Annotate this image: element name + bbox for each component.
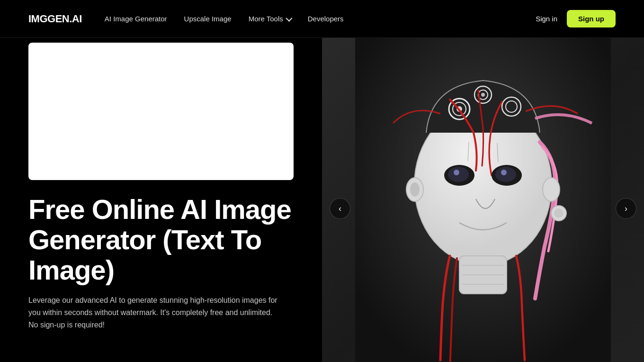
prev-arrow-icon: ‹	[339, 204, 341, 213]
svg-point-26	[554, 208, 564, 218]
svg-point-17	[454, 170, 459, 175]
sign-in-button[interactable]: Sign in	[536, 15, 557, 23]
chevron-down-icon	[286, 15, 292, 21]
nav-link-more-tools[interactable]: More Tools	[249, 15, 291, 23]
svg-point-18	[501, 170, 507, 175]
hero-image-placeholder	[28, 43, 294, 180]
hero-left: Free Online AI Image Generator (Text To …	[0, 38, 322, 362]
nav-item-developers[interactable]: Developers	[308, 15, 344, 23]
carousel-prev-button[interactable]: ‹	[330, 198, 350, 219]
logo[interactable]: IMGGEN.AI	[28, 13, 82, 25]
nav-left: IMGGEN.AI AI Image Generator Upscale Ima…	[28, 13, 344, 25]
carousel-next-button[interactable]: ›	[616, 198, 636, 219]
nav-link-developers[interactable]: Developers	[308, 15, 344, 23]
nav-item-more-tools[interactable]: More Tools	[249, 15, 291, 23]
navbar: IMGGEN.AI AI Image Generator Upscale Ima…	[0, 0, 644, 38]
nav-item-upscale-image[interactable]: Upscale Image	[184, 15, 232, 23]
svg-point-11	[410, 182, 420, 197]
nav-link-upscale-image[interactable]: Upscale Image	[184, 15, 232, 23]
next-arrow-icon: ›	[625, 204, 627, 213]
nav-item-ai-image-generator[interactable]: AI Image Generator	[105, 15, 167, 23]
svg-point-12	[543, 178, 560, 201]
svg-point-7	[481, 93, 485, 97]
hero-title: Free Online AI Image Generator (Text To …	[28, 194, 294, 285]
nav-right: Sign in Sign up	[536, 10, 616, 27]
robot-illustration	[322, 38, 644, 362]
robot-svg	[355, 38, 611, 362]
hero-section: Free Online AI Image Generator (Text To …	[0, 38, 644, 362]
hero-description: Leverage our advanced AI to generate stu…	[28, 294, 284, 331]
nav-link-ai-image-generator[interactable]: AI Image Generator	[105, 15, 167, 23]
sign-up-button[interactable]: Sign up	[567, 10, 616, 27]
hero-image-area: ‹ ›	[322, 38, 644, 362]
nav-links: AI Image Generator Upscale Image More To…	[105, 15, 344, 23]
